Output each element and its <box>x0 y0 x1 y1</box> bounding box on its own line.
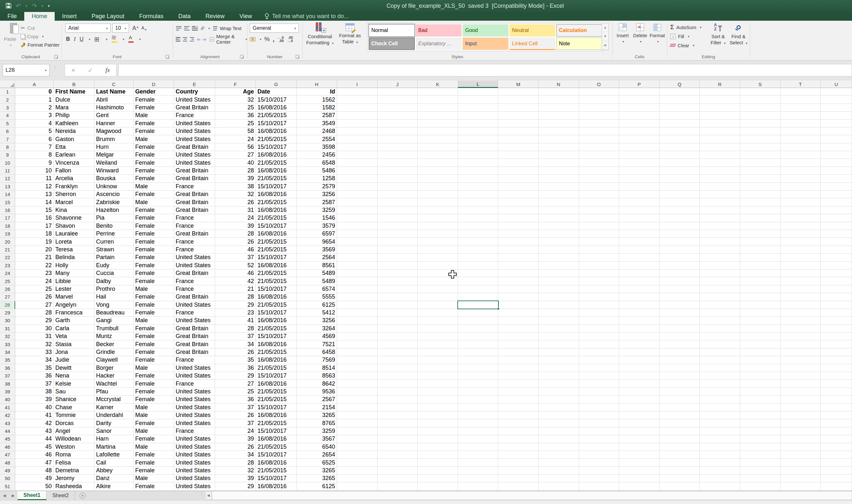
grid-cell[interactable]: Female <box>133 419 174 427</box>
grid-cell[interactable] <box>498 175 539 182</box>
grid-cell[interactable]: Female <box>133 159 174 167</box>
grid-cell[interactable]: 46 <box>215 269 256 277</box>
grid-cell[interactable] <box>337 380 378 388</box>
grid-cell[interactable]: 21 <box>215 285 256 293</box>
grid-cell[interactable] <box>619 474 659 482</box>
grid-cell[interactable]: Jeromy <box>54 474 94 482</box>
grid-cell[interactable]: Age <box>215 88 256 96</box>
grid-cell[interactable]: 29 <box>215 483 256 490</box>
grid-cell[interactable] <box>337 356 378 364</box>
grid-cell[interactable] <box>700 262 740 269</box>
grid-cell[interactable] <box>498 364 539 372</box>
grid-cell[interactable] <box>498 206 539 214</box>
grid-cell[interactable] <box>337 396 378 403</box>
grid-cell[interactable] <box>780 388 821 396</box>
grid-cell[interactable] <box>337 309 378 317</box>
grid-cell[interactable]: Fallon <box>54 167 94 175</box>
grid-cell[interactable]: 16/08/2016 <box>256 317 296 324</box>
grid-cell[interactable] <box>700 246 740 254</box>
grid-cell[interactable] <box>337 388 378 396</box>
grid-cell[interactable] <box>378 112 418 119</box>
grid-cell[interactable] <box>619 380 659 388</box>
clear-button[interactable]: Clear ▾ <box>670 41 694 49</box>
grid-cell[interactable]: Muntz <box>94 332 133 340</box>
grid-cell[interactable]: Etta <box>54 143 94 151</box>
grid-cell[interactable] <box>579 427 619 435</box>
grid-cell[interactable]: Curren <box>94 238 133 246</box>
grid-cell[interactable]: 16/08/2016 <box>256 483 296 490</box>
grid-cell[interactable] <box>700 151 740 159</box>
grid-cell[interactable]: 16/08/2016 <box>256 151 296 159</box>
grid-cell[interactable]: 38 <box>215 183 256 191</box>
grid-cell[interactable] <box>579 254 619 262</box>
grid-cell[interactable]: Benito <box>94 222 133 230</box>
grid-cell[interactable]: 39 <box>215 474 256 482</box>
cell-style-note[interactable]: Note <box>556 37 602 50</box>
grid-cell[interactable] <box>659 293 700 301</box>
grid-cell[interactable] <box>659 474 700 482</box>
grid-cell[interactable] <box>418 317 458 324</box>
grid-cell[interactable] <box>378 380 418 388</box>
grid-cell[interactable] <box>539 135 579 143</box>
row-header-2[interactable]: 2 <box>0 96 15 104</box>
grid-cell[interactable]: Hashimoto <box>94 104 133 112</box>
row-header-13[interactable]: 13 <box>0 183 15 191</box>
grid-cell[interactable] <box>659 372 700 380</box>
font-family-select[interactable]: Arial ▾ <box>65 24 111 33</box>
grid-cell[interactable] <box>619 120 659 127</box>
grid-cell[interactable] <box>740 404 780 412</box>
grid-cell[interactable]: 3598 <box>296 143 337 151</box>
grid-cell[interactable]: 37 <box>215 254 256 262</box>
grid-cell[interactable]: Male <box>133 474 174 482</box>
grid-cell[interactable] <box>337 238 378 246</box>
grid-cell[interactable] <box>539 230 579 238</box>
grid-cell[interactable] <box>458 474 498 482</box>
grid-cell[interactable]: Carla <box>54 325 94 332</box>
grid-cell[interactable]: Great Britain <box>174 325 215 332</box>
grid-cell[interactable] <box>337 127 378 135</box>
grid-cell[interactable]: 7569 <box>296 356 337 364</box>
grid-cell[interactable] <box>378 435 418 443</box>
grid-cell[interactable]: 21/05/2015 <box>256 277 296 285</box>
grid-cell[interactable] <box>780 435 821 443</box>
selected-cell-L28[interactable] <box>457 301 499 309</box>
grid-cell[interactable]: Beaudreau <box>94 309 133 317</box>
grid-cell[interactable] <box>539 198 579 206</box>
grid-cell[interactable]: Lafollette <box>94 451 133 459</box>
grid-cell[interactable] <box>337 301 378 309</box>
find-select-button[interactable]: Find & Select ▾ <box>729 22 748 46</box>
align-center-icon[interactable] <box>183 37 187 41</box>
grid-cell[interactable] <box>498 230 539 238</box>
grid-cell[interactable] <box>740 206 780 214</box>
grid-cell[interactable] <box>378 364 418 372</box>
grid-cell[interactable] <box>579 198 619 206</box>
gallery-more-icon[interactable]: ▾ <box>602 41 609 50</box>
grid-cell[interactable] <box>821 238 852 246</box>
grid-cell[interactable] <box>700 230 740 238</box>
grid-cell[interactable]: Male <box>133 412 174 419</box>
grid-cell[interactable] <box>458 269 498 277</box>
grid-cell[interactable] <box>498 120 539 127</box>
grid-cell[interactable] <box>659 340 700 348</box>
grid-cell[interactable]: Female <box>133 483 174 490</box>
grid-cell[interactable] <box>659 230 700 238</box>
grid-cell[interactable] <box>418 325 458 332</box>
grid-cell[interactable]: 37 <box>15 380 54 388</box>
row-header-27[interactable]: 27 <box>0 293 15 301</box>
grid-cell[interactable] <box>539 167 579 175</box>
grid-cell[interactable] <box>378 388 418 396</box>
grid-cell[interactable]: 2456 <box>296 151 337 159</box>
grid-cell[interactable] <box>579 459 619 467</box>
grid-cell[interactable] <box>740 191 780 198</box>
grid-cell[interactable]: 3259 <box>296 206 337 214</box>
row-header-38[interactable]: 38 <box>0 380 15 388</box>
grid-cell[interactable] <box>498 135 539 143</box>
grid-cell[interactable] <box>378 404 418 412</box>
grid-cell[interactable]: Pia <box>94 214 133 222</box>
grid-cell[interactable]: Angelyn <box>54 301 94 309</box>
grid-cell[interactable] <box>821 206 852 214</box>
grid-cell[interactable]: Dorcas <box>54 419 94 427</box>
grid-cell[interactable]: 15/10/2017 <box>256 183 296 191</box>
grid-cell[interactable] <box>740 112 780 119</box>
grid-cell[interactable]: United States <box>174 419 215 427</box>
